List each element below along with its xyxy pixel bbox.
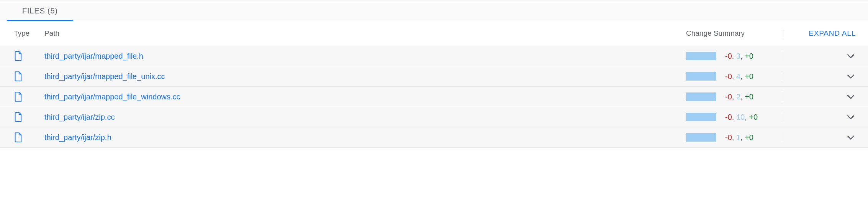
change-summary: -0, 4, +0 [686, 72, 774, 81]
change-counts: -0, 1, +0 [725, 133, 753, 142]
col-header-change-summary: Change Summary [686, 29, 774, 38]
change-bar [686, 113, 716, 121]
table-header: Type Path Change Summary EXPAND ALL [0, 21, 868, 46]
chevron-down-icon[interactable] [846, 132, 856, 142]
change-bar [686, 52, 716, 60]
file-path-link[interactable]: third_party/ijar/mapped_file_unix.cc [44, 72, 686, 81]
tab-files[interactable]: FILES (5) [7, 0, 73, 21]
removed-count: -0 [725, 133, 732, 142]
tab-files-label: FILES (5) [22, 7, 58, 15]
removed-count: -0 [725, 113, 732, 121]
chevron-down-icon[interactable] [846, 71, 856, 81]
change-counts: -0, 3, +0 [725, 52, 753, 61]
added-count: +0 [745, 92, 753, 101]
change-summary: -0, 3, +0 [686, 52, 774, 61]
table-row[interactable]: third_party/ijar/mapped_file_unix.cc -0,… [0, 66, 868, 87]
change-counts: -0, 10, +0 [725, 113, 758, 122]
added-count: +0 [745, 72, 753, 81]
added-count: +0 [745, 133, 753, 142]
expand-all-button[interactable]: EXPAND ALL [809, 29, 856, 37]
divider-vertical [782, 91, 782, 102]
change-counts: -0, 2, +0 [725, 92, 753, 101]
file-icon-cell [14, 112, 44, 122]
file-icon-cell [14, 51, 44, 61]
table-row[interactable]: third_party/ijar/zip.h -0, 1, +0 [0, 127, 868, 148]
change-summary: -0, 2, +0 [686, 92, 774, 101]
chevron-down-icon[interactable] [846, 51, 856, 61]
change-counts: -0, 4, +0 [725, 72, 753, 81]
chevron-down-icon[interactable] [846, 92, 856, 102]
divider-vertical [782, 28, 782, 39]
file-icon-cell [14, 132, 44, 143]
col-header-path: Path [44, 29, 686, 38]
divider-vertical [782, 112, 782, 122]
files-panel: FILES (5) Type Path Change Summary EXPAN… [0, 0, 868, 148]
file-icon [14, 132, 22, 143]
file-path-link[interactable]: third_party/ijar/zip.cc [44, 113, 686, 122]
file-icon [14, 51, 22, 61]
file-rows: third_party/ijar/mapped_file.h -0, 3, +0… [0, 46, 868, 148]
change-bar [686, 72, 716, 81]
modified-count: 1 [736, 133, 740, 142]
col-header-type: Type [14, 29, 44, 38]
modified-count: 2 [736, 92, 740, 101]
table-row[interactable]: third_party/ijar/zip.cc -0, 10, +0 [0, 107, 868, 127]
removed-count: -0 [725, 52, 732, 60]
chevron-down-icon[interactable] [846, 112, 856, 122]
file-icon [14, 112, 22, 122]
divider-vertical [782, 71, 782, 82]
file-icon [14, 91, 22, 102]
removed-count: -0 [725, 72, 732, 81]
change-bar [686, 133, 716, 142]
change-bar [686, 92, 716, 101]
change-summary: -0, 1, +0 [686, 133, 774, 142]
divider-vertical [782, 132, 782, 143]
file-path-link[interactable]: third_party/ijar/zip.h [44, 133, 686, 142]
tabs-bar: FILES (5) [0, 0, 868, 21]
file-icon-cell [14, 71, 44, 82]
modified-count: 3 [736, 52, 740, 60]
change-summary: -0, 10, +0 [686, 113, 774, 122]
file-path-link[interactable]: third_party/ijar/mapped_file_windows.cc [44, 92, 686, 101]
modified-count: 4 [736, 72, 740, 81]
divider-vertical [782, 51, 782, 61]
file-icon-cell [14, 91, 44, 102]
modified-count: 10 [736, 113, 745, 121]
added-count: +0 [745, 52, 753, 60]
file-icon [14, 71, 22, 82]
file-path-link[interactable]: third_party/ijar/mapped_file.h [44, 52, 686, 61]
added-count: +0 [749, 113, 758, 121]
table-row[interactable]: third_party/ijar/mapped_file_windows.cc … [0, 87, 868, 107]
removed-count: -0 [725, 92, 732, 101]
table-row[interactable]: third_party/ijar/mapped_file.h -0, 3, +0 [0, 46, 868, 66]
